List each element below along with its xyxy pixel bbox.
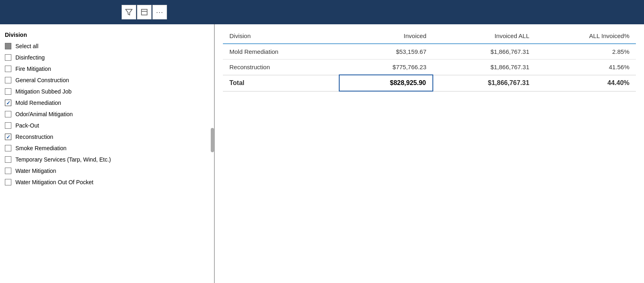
- filter-item[interactable]: Water Mitigation Out Of Pocket: [0, 177, 214, 188]
- total-pct: 44.40%: [536, 75, 636, 91]
- filter-label: Fire Mitigation: [15, 66, 51, 72]
- filter-label: Reconstruction: [15, 134, 53, 140]
- filter-checkbox[interactable]: [5, 43, 11, 49]
- cell-invoiced-all: $1,866,767.31: [433, 44, 536, 60]
- col-header-invoiced-all: Invoiced ALL: [433, 28, 536, 44]
- filter-item[interactable]: Smoke Remediation: [0, 143, 214, 154]
- filter-checkbox[interactable]: [5, 111, 11, 117]
- filter-checkbox[interactable]: [5, 145, 11, 151]
- expand-button[interactable]: [137, 5, 152, 19]
- data-table: Division Invoiced Invoiced ALL ALL Invoi…: [223, 28, 636, 91]
- filter-item[interactable]: Fire Mitigation: [0, 63, 214, 74]
- filter-checkbox[interactable]: [5, 179, 11, 185]
- filter-label: Smoke Remediation: [15, 145, 66, 151]
- filter-label: Mold Remediation: [15, 100, 61, 106]
- cell-division: Reconstruction: [223, 60, 339, 75]
- filter-checkbox[interactable]: [5, 54, 11, 61]
- filter-panel: Division Select allDisinfectingFire Miti…: [0, 24, 215, 283]
- filter-checkbox[interactable]: [5, 100, 11, 106]
- filter-checkbox[interactable]: [5, 77, 11, 83]
- main-content: Division Select allDisinfectingFire Miti…: [0, 24, 644, 283]
- table-foot: Total$828,925.90$1,866,767.3144.40%: [223, 75, 636, 91]
- total-invoiced-all: $1,866,767.31: [433, 75, 536, 91]
- filter-checkbox[interactable]: [5, 134, 11, 140]
- filter-item[interactable]: Pack-Out: [0, 120, 214, 131]
- filter-panel-header: Division: [0, 28, 214, 40]
- table-row: Reconstruction$775,766.23$1,866,767.3141…: [223, 60, 636, 75]
- filter-label: Pack-Out: [15, 122, 39, 129]
- filter-item[interactable]: Reconstruction: [0, 131, 214, 143]
- filter-item[interactable]: Select all: [0, 40, 214, 52]
- filter-item[interactable]: Mitigation Subbed Job: [0, 86, 214, 97]
- svg-marker-0: [126, 9, 132, 15]
- more-button[interactable]: ···: [152, 5, 167, 19]
- filter-checkbox[interactable]: [5, 122, 11, 129]
- col-header-division: Division: [223, 28, 339, 44]
- filter-item[interactable]: Odor/Animal Mitigation: [0, 109, 214, 120]
- toolbar-icons: ···: [122, 5, 167, 19]
- filter-checkbox[interactable]: [5, 66, 11, 72]
- total-label: Total: [223, 75, 339, 91]
- filter-label: Temporary Services (Tarp, Wind, Etc.): [15, 156, 111, 163]
- filter-label: Mitigation Subbed Job: [15, 88, 72, 95]
- table-body: Mold Remediation$53,159.67$1,866,767.312…: [223, 44, 636, 75]
- filter-item[interactable]: General Construction: [0, 74, 214, 86]
- scroll-indicator: [211, 128, 214, 152]
- filter-item[interactable]: Mold Remediation: [0, 97, 214, 109]
- filter-button[interactable]: [122, 5, 136, 19]
- filter-label: Water Mitigation Out Of Pocket: [15, 179, 93, 185]
- col-header-invoiced: Invoiced: [339, 28, 433, 44]
- col-header-all-invoiced-pct: ALL Invoiced%: [536, 28, 636, 44]
- total-row: Total$828,925.90$1,866,767.3144.40%: [223, 75, 636, 91]
- filter-label: General Construction: [15, 77, 69, 83]
- filter-label: Select all: [15, 43, 39, 49]
- filter-label: Water Mitigation: [15, 168, 56, 174]
- total-invoiced: $828,925.90: [339, 75, 433, 91]
- svg-rect-1: [141, 9, 147, 15]
- filter-items-container: Select allDisinfectingFire MitigationGen…: [0, 40, 214, 188]
- cell-pct: 2.85%: [536, 44, 636, 60]
- filter-checkbox[interactable]: [5, 168, 11, 174]
- table-row: Mold Remediation$53,159.67$1,866,767.312…: [223, 44, 636, 60]
- filter-item[interactable]: Temporary Services (Tarp, Wind, Etc.): [0, 154, 214, 165]
- table-panel: Division Invoiced Invoiced ALL ALL Invoi…: [215, 24, 644, 283]
- filter-label: Odor/Animal Mitigation: [15, 111, 73, 117]
- filter-checkbox[interactable]: [5, 156, 11, 163]
- top-bar: [0, 0, 644, 24]
- table-header-row: Division Invoiced Invoiced ALL ALL Invoi…: [223, 28, 636, 44]
- cell-invoiced: $53,159.67: [339, 44, 433, 60]
- filter-item[interactable]: Water Mitigation: [0, 165, 214, 177]
- cell-invoiced-all: $1,866,767.31: [433, 60, 536, 75]
- cell-invoiced: $775,766.23: [339, 60, 433, 75]
- filter-item[interactable]: Disinfecting: [0, 52, 214, 63]
- filter-label: Disinfecting: [15, 54, 45, 61]
- cell-division: Mold Remediation: [223, 44, 339, 60]
- filter-checkbox[interactable]: [5, 88, 11, 95]
- cell-pct: 41.56%: [536, 60, 636, 75]
